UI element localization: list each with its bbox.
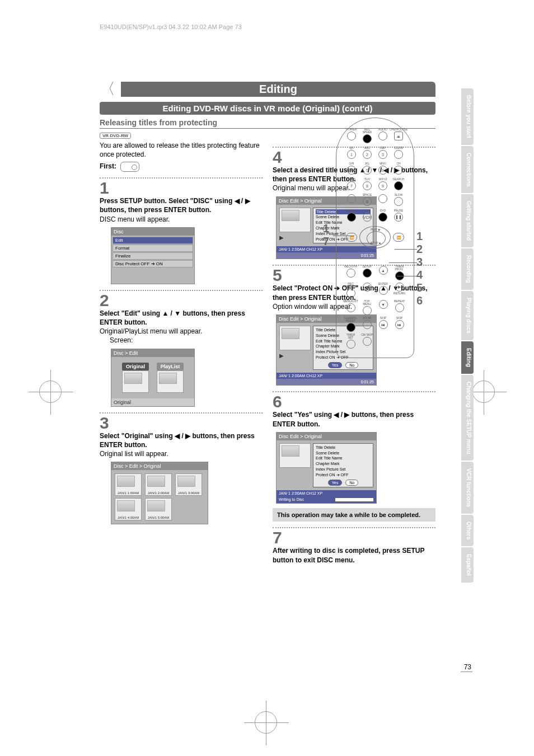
osd-writing: Disc Edit > Original Title Delete Scene … — [276, 432, 377, 504]
menu-list-button-icon — [346, 303, 355, 312]
right-arrow-icon: ▶ — [395, 283, 404, 292]
key-9-icon: 9 — [378, 181, 387, 190]
page-title: Editing — [121, 82, 435, 97]
osd-tab-playlist: PlayList — [157, 363, 184, 370]
side-tabs: Before you start Connections Getting sta… — [461, 88, 474, 584]
thumb-item: JAN/1 3:00AM — [175, 473, 202, 496]
recspeed-button-icon — [363, 134, 372, 143]
key-4-icon: 4 — [347, 166, 356, 175]
skip-next-button-icon: ⏭ — [395, 320, 404, 329]
osd-row-format: Format — [113, 245, 193, 252]
key-0-icon: 0 — [363, 197, 372, 206]
tab-espanol: Español — [461, 547, 474, 583]
dvd-button-icon — [378, 213, 387, 222]
down-arrow-icon: ▼ — [379, 300, 388, 309]
step-1-number: 1 — [100, 180, 263, 196]
thumb-selected — [279, 443, 311, 468]
clear-reset-button-icon — [346, 323, 355, 332]
page-subtitle: Editing DVD-RW discs in VR mode (Origina… — [100, 102, 435, 115]
osd-original-list: Disc > Edit > Original JAN/1 1:00AM JAN/… — [111, 462, 208, 524]
osd-footer: JAN/ 1 2:00AM CH12 XP — [277, 490, 376, 496]
step-divider — [100, 290, 263, 291]
osd-row-edit: Edit — [113, 237, 193, 244]
leader-line — [389, 262, 417, 263]
osd-tab-original: Original — [122, 363, 149, 370]
zoom-button-icon — [363, 320, 372, 329]
callout-right: 1 2 3 4 5 6 — [416, 230, 423, 307]
remote-icon — [120, 162, 139, 172]
thumb-original — [122, 370, 149, 393]
crop-mark-right — [472, 381, 495, 403]
pause-button-icon: ❚❚ — [394, 213, 403, 222]
osd-disc-header: Disc — [111, 228, 194, 236]
thumb-item: JAN/1 5:00AM — [145, 498, 172, 520]
osd-writing-bar: Writing to Disc — [277, 496, 376, 503]
osd-timebar: 0:01:25 — [277, 379, 376, 385]
thumb-selected — [279, 208, 311, 232]
step-3-instruction: Select "Original" using ◀ / ▶ buttons, t… — [100, 431, 263, 449]
option-no: No — [345, 362, 358, 369]
tab-recording: Recording — [461, 248, 474, 289]
audio-button-icon — [378, 132, 387, 140]
top-menu-button-icon — [363, 306, 372, 315]
repeat-button-icon — [395, 303, 404, 312]
step-divider — [273, 391, 435, 392]
key-blank-icon — [378, 194, 387, 203]
rec-monitor-button-icon — [346, 289, 355, 298]
osd-footer: JAN/ 1 2:00AM CH12 XP — [277, 373, 376, 379]
key-7-icon: 7 — [347, 181, 356, 190]
key-5-icon: 5 — [363, 166, 372, 175]
osd-row-finalize: Finalize — [113, 252, 193, 260]
step-7-instruction: After writing to disc is completed, pres… — [273, 546, 435, 564]
option-no: No — [345, 480, 358, 486]
leader-line — [397, 276, 417, 276]
option-yes: Yes — [328, 480, 342, 486]
crop-mark-left — [39, 381, 62, 403]
key-8-icon: 8 — [363, 181, 372, 190]
key-blank-icon — [347, 194, 356, 203]
intro-text: You are allowed to release the titles pr… — [100, 141, 263, 159]
tab-playing-discs: Playing discs — [461, 291, 474, 340]
operation-note: This operation may take a while to be co… — [273, 508, 435, 522]
up-arrow-icon: ▲ — [379, 266, 388, 275]
tab-setup-menu: Changing the SETUP menu — [461, 375, 474, 461]
play-icon: ▶ — [279, 353, 311, 359]
left-arrow-icon: ◀ — [363, 283, 372, 292]
osd-edit-header: Disc > Edit — [111, 349, 194, 357]
key-1-icon: 1 — [347, 150, 356, 159]
rev-button-icon: ⏪ — [346, 233, 357, 242]
step-7-number: 7 — [273, 529, 435, 546]
step-6-instruction: Select "Yes" using ◀ / ▶ buttons, then p… — [273, 410, 435, 428]
timer-set-button-icon — [346, 340, 355, 349]
enter-button-icon — [379, 286, 388, 295]
crop-mark-bottom — [255, 711, 277, 734]
step-2-sublabel: Screen: — [110, 336, 263, 345]
search-button-icon — [394, 181, 403, 190]
callout-left: 1 7 — [323, 222, 329, 248]
thumb-selected — [279, 326, 311, 350]
open-close-button-icon: ⏏ — [394, 132, 403, 140]
print-header: E9410UD(EN/SP)v1.qx3 04.3.22 10:02 AM Pa… — [100, 24, 242, 30]
step-6-number: 6 — [273, 393, 435, 410]
step-3-result: Original list will appear. — [100, 449, 263, 458]
key-2-icon: 2 — [363, 150, 372, 159]
tab-connections: Connections — [461, 146, 474, 194]
option-yes: Yes — [328, 362, 342, 369]
key-6-icon: 6 — [378, 166, 387, 175]
thumb-playlist — [157, 370, 184, 393]
osd-disc-menu: Disc Edit Format Finalize Disc Protect O… — [111, 227, 195, 284]
step-1-result: DISC menu will appear. — [100, 215, 263, 224]
skip-prev-button-icon: ⏮ — [379, 320, 388, 329]
tab-editing: Editing — [461, 341, 474, 374]
osd-action-list: Title Delete Scene Delete Edit Title Nam… — [313, 443, 373, 488]
leader-line — [395, 249, 417, 250]
thumb-item: JAN/1 1:00AM — [115, 473, 142, 496]
remote-control-diagram: POWER REC SPEED AUDIO OPEN/CLOSE⏏ .@/:1 … — [336, 118, 414, 358]
page-number: 73 — [461, 663, 472, 672]
step-1-instruction: Press SETUP button. Select "DISC" using … — [100, 196, 263, 214]
ch-up-icon: + — [394, 166, 403, 175]
tab-others: Others — [461, 515, 474, 546]
power-button-icon — [347, 132, 356, 140]
thumb-item: JAN/1 4:00AM — [115, 498, 142, 520]
setup-button-icon — [363, 269, 372, 278]
